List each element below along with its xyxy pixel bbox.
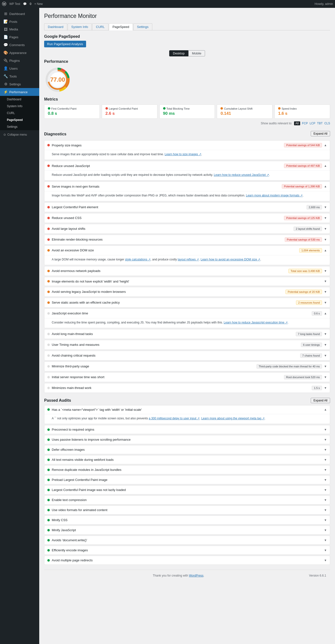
audit-dot bbox=[47, 559, 50, 562]
audit-main-thread-work-header[interactable]: Minimizes main-thread work 1.5 s ▼ bbox=[44, 383, 330, 393]
sidebar-item-tools[interactable]: 🔧Tools bbox=[0, 72, 39, 80]
audit-badge: 0.6 s bbox=[312, 311, 322, 316]
sidebar-item-sub-dashboard[interactable]: Dashboard bbox=[0, 96, 39, 103]
learn-link[interactable]: Learn how to reduce unused JavaScript ↗ bbox=[214, 173, 269, 176]
sidebar-item-media[interactable]: 🖼Media bbox=[0, 26, 39, 33]
learn-link[interactable]: Learn how to reduce Javascript execution… bbox=[224, 321, 288, 324]
learn-link[interactable]: Learn more about modern image formats ↗ bbox=[246, 194, 303, 197]
run-pagespeed-button[interactable]: Run PageSpeed Analysis bbox=[44, 41, 86, 47]
tab-system-info[interactable]: System Info bbox=[68, 23, 92, 30]
audit-critical-header[interactable]: Avoid chaining critical requests 7 chain… bbox=[44, 351, 330, 360]
score-number: 77.00 bbox=[50, 76, 65, 83]
audit-server-header[interactable]: Initial server response time was short R… bbox=[44, 372, 330, 382]
audit-reduce-css-header[interactable]: Reduce unused CSS Potential savings of 1… bbox=[44, 213, 330, 223]
device-mobile-btn[interactable]: Mobile bbox=[188, 50, 205, 56]
fcp-dot bbox=[48, 107, 50, 110]
audit-property-size-header[interactable]: Property size images Potential savings o… bbox=[44, 140, 330, 150]
audit-dot bbox=[47, 228, 50, 230]
audit-page-redirects-header[interactable]: Avoid multiple page redirects ▼ bbox=[44, 556, 330, 564]
audit-webfont-header[interactable]: All text remains visible during webfont … bbox=[44, 456, 330, 464]
audit-long-thread-header[interactable]: Avoid long main-thread tasks 7 long task… bbox=[44, 329, 330, 339]
audit-legacy-js-header[interactable]: Avoid serving legacy JavaScript to moder… bbox=[44, 287, 330, 296]
audit-next-gen-header[interactable]: Serve images in next-gen formats Potenti… bbox=[44, 182, 330, 191]
audit-lcp-header[interactable]: Largest Contentful Paint element 2,600 m… bbox=[44, 202, 330, 212]
audit-next-gen: Serve images in next-gen formats Potenti… bbox=[44, 182, 330, 201]
metric-si: Speed Index 1.6 s bbox=[274, 104, 330, 119]
audit-critical-requests: Avoid chaining critical requests 7 chain… bbox=[44, 351, 330, 360]
sidebar-item-sub-settings[interactable]: Settings bbox=[0, 123, 39, 130]
sidebar-item-plugins[interactable]: 🔌Plugins bbox=[0, 57, 39, 64]
audit-lcp-lazy-header[interactable]: Largest Contentful Paint image was not l… bbox=[44, 486, 330, 494]
tab-settings[interactable]: Settings bbox=[134, 23, 152, 30]
sidebar-item-sub-curl[interactable]: CURL bbox=[0, 110, 39, 116]
chevron-icon: ▼ bbox=[324, 478, 327, 482]
audit-third-party-header[interactable]: Minimize third-party usage Third-party c… bbox=[44, 362, 330, 371]
chevron-icon: ▼ bbox=[324, 488, 327, 492]
audit-offscreen-header[interactable]: Defer offscreen images ▼ bbox=[44, 445, 330, 454]
sidebar-item-performance[interactable]: ⚡Performance bbox=[0, 88, 39, 96]
audit-text-compression-header[interactable]: Enable text compression ▼ bbox=[44, 496, 330, 504]
style-calc-link[interactable]: style calculations ↗ bbox=[125, 258, 150, 261]
sidebar-item-users[interactable]: 👤Users bbox=[0, 64, 39, 72]
passed-expand-all[interactable]: Expand All bbox=[311, 398, 330, 403]
sidebar-item-appearance[interactable]: 🎨Appearance bbox=[0, 49, 39, 57]
layout-reflows-link[interactable]: layout reflows ↗ bbox=[178, 258, 199, 261]
chevron-icon: ▼ bbox=[324, 538, 327, 542]
filter-tbt[interactable]: TBT bbox=[317, 122, 322, 125]
audit-preconnect: Preconnect to required origins ▼ bbox=[44, 425, 330, 434]
audit-image-dims-header[interactable]: Image elements do not have explicit 'wid… bbox=[44, 277, 330, 286]
audit-preload-lcp-header[interactable]: Preload Largest Contentful Paint image ▼ bbox=[44, 476, 330, 484]
tab-curl[interactable]: CURL bbox=[92, 23, 108, 30]
audit-user-timing-header[interactable]: User Timing marks and measures 6 user ti… bbox=[44, 340, 330, 350]
chevron-icon: ▼ bbox=[324, 343, 327, 346]
filter-fcp[interactable]: FCP bbox=[302, 122, 308, 125]
audit-dot bbox=[47, 529, 50, 532]
audit-text-compression: Enable text compression ▼ bbox=[44, 496, 330, 504]
audit-preconnect-header[interactable]: Preconnect to required origins ▼ bbox=[44, 425, 330, 434]
audit-badge: 2 layout shifts found bbox=[294, 226, 322, 231]
tab-dashboard[interactable]: Dashboard bbox=[44, 23, 67, 30]
audit-minify-js: Minify JavaScript ▼ bbox=[44, 526, 330, 534]
chevron-icon: ▼ bbox=[324, 354, 327, 357]
sidebar-item-pages[interactable]: 📄Pages bbox=[0, 33, 39, 41]
audit-viewport-header[interactable]: Has a `<meta name="viewport">` tag with … bbox=[44, 406, 330, 414]
collapse-menu[interactable]: ⊙ Collapse menu bbox=[0, 131, 39, 138]
delay-link[interactable]: a 300 millisecond delay to user input ↗ bbox=[149, 417, 200, 420]
filter-cls[interactable]: CLS bbox=[324, 122, 330, 125]
sidebar-item-dashboard[interactable]: ⊞Dashboard bbox=[0, 10, 39, 18]
learn-link[interactable]: Learn how to size images ↗ bbox=[164, 152, 201, 156]
audit-network-payloads: Avoid enormous network payloads Total si… bbox=[44, 266, 330, 276]
howdy-text: Howdy, admin bbox=[315, 2, 333, 6]
audit-video-header[interactable]: Use video formats for animated content ▼ bbox=[44, 506, 330, 514]
audit-minify-css-header[interactable]: Minify CSS ▼ bbox=[44, 516, 330, 524]
audit-js-exec-header[interactable]: JavaScript execution time 0.6 s ▲ bbox=[44, 309, 330, 318]
audit-layout-shifts-header[interactable]: Avoid large layout shifts 2 layout shift… bbox=[44, 224, 330, 234]
sidebar-item-posts[interactable]: 📝Posts bbox=[0, 18, 39, 26]
device-desktop-btn[interactable]: Desktop bbox=[169, 50, 188, 56]
audit-network-header[interactable]: Avoid enormous network payloads Total si… bbox=[44, 266, 330, 276]
sidebar-item-comments[interactable]: 💬Comments bbox=[0, 41, 39, 49]
audit-encode-header[interactable]: Efficiently encode images ▼ bbox=[44, 546, 330, 554]
filter-all[interactable]: All bbox=[294, 122, 300, 125]
site-name[interactable]: WP Test bbox=[9, 2, 20, 6]
audit-cache-header[interactable]: Serve static assets with an efficient ca… bbox=[44, 298, 330, 307]
audit-minify-js-header[interactable]: Minify JavaScript ▼ bbox=[44, 526, 330, 534]
sidebar-item-settings[interactable]: ⚙Settings bbox=[0, 80, 39, 88]
audit-reduce-js-header[interactable]: Reduce unused JavaScript Potential savin… bbox=[44, 161, 330, 170]
sidebar-item-sub-system-info[interactable]: System Info bbox=[0, 103, 39, 110]
audit-dom-size-header[interactable]: Avoid an excessive DOM size 1,004 elemen… bbox=[44, 246, 330, 255]
wordpress-link[interactable]: WordPress bbox=[189, 574, 203, 577]
filter-lcp[interactable]: LCP bbox=[310, 122, 315, 125]
new-button[interactable]: + New bbox=[34, 2, 43, 6]
viewport-link[interactable]: Learn more about using the viewport meta… bbox=[201, 417, 264, 420]
diagnostics-expand-all[interactable]: Expand All bbox=[311, 131, 330, 136]
audit-render-blocking-header[interactable]: Eliminate render-blocking resources Pote… bbox=[44, 235, 330, 244]
sidebar-item-sub-pagespeed[interactable]: PageSpeed bbox=[0, 116, 39, 123]
tab-pagespeed[interactable]: PageSpeed bbox=[109, 23, 133, 30]
chevron-icon: ▼ bbox=[324, 332, 327, 336]
audit-dup-modules-header[interactable]: Remove duplicate modules in JavaScript b… bbox=[44, 466, 330, 474]
learn-link[interactable]: Learn how to avoid an excessive DOM size… bbox=[200, 258, 260, 261]
audit-passive-header[interactable]: Uses passive listeners to improve scroll… bbox=[44, 435, 330, 444]
audit-doc-write-header[interactable]: Avoids 'document.write()' ▼ bbox=[44, 536, 330, 544]
chevron-icon: ▲ bbox=[324, 164, 327, 168]
